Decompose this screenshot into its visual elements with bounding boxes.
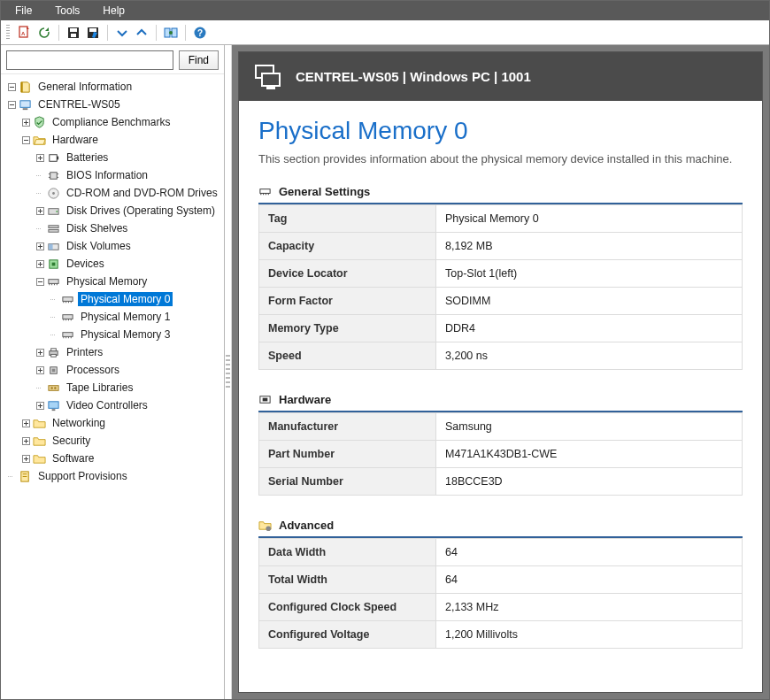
folder-icon [32,434,46,448]
tree-node-compliance[interactable]: Compliance Benchmarks [3,113,222,131]
tree-dots-icon [49,312,59,322]
nav-tree[interactable]: General Information CENTREL-WS05 Complia… [1,74,224,699]
table-row: Total Width64 [259,566,743,594]
export-pdf-icon[interactable]: A [18,26,32,40]
expand-plus-icon[interactable] [20,418,31,428]
section-advanced: Advanced Data Width64Total Width64Config… [258,519,743,649]
edit-icon[interactable] [86,26,100,40]
hdd-icon [46,204,60,218]
property-value: SODIMM [436,288,743,315]
detail-header-title: CENTREL-WS05 | Windows PC | 1001 [296,69,531,84]
tree-label: Software [50,451,96,465]
tree-label: Networking [50,416,108,430]
collapse-minus-icon[interactable] [6,99,17,110]
expand-plus-icon[interactable] [35,365,45,375]
expand-plus-icon[interactable] [20,435,31,446]
help-icon[interactable]: ? [193,26,207,40]
expand-plus-icon[interactable] [20,453,31,464]
refresh-icon[interactable] [37,26,51,40]
save-icon[interactable] [66,26,81,40]
tree-node-printers[interactable]: Printers [3,343,222,361]
svg-rect-99 [48,401,58,408]
tree-node-support-provisions[interactable]: Support Provisions [3,467,222,485]
expand-plus-icon[interactable] [35,205,45,216]
svg-point-124 [266,526,271,531]
toolbar-separator [185,25,186,41]
svg-text:A: A [21,31,26,36]
tree-node-software[interactable]: Software [3,450,222,467]
property-value: 3,200 ns [436,342,743,370]
expand-plus-icon[interactable] [35,152,45,163]
expand-plus-icon[interactable] [35,347,45,358]
svg-point-95 [54,387,56,388]
collapse-minus-icon[interactable] [20,135,31,145]
tree-node-video-controllers[interactable]: Video Controllers [3,396,222,414]
tree-label: Physical Memory 0 [78,292,173,306]
tree-node-diskvolumes[interactable]: Disk Volumes [3,237,222,255]
expand-plus-icon[interactable] [20,117,31,127]
tree-node-host[interactable]: CENTREL-WS05 [3,96,222,113]
tree-node-diskdrives[interactable]: Disk Drives (Operating System) [3,202,222,219]
property-key: Memory Type [259,315,436,342]
svg-rect-76 [62,332,72,336]
expand-plus-icon[interactable] [35,258,45,269]
memory-icon [60,327,74,342]
collapse-minus-icon[interactable] [6,81,17,92]
tree-node-processors[interactable]: Processors [3,361,222,379]
detail-header: CENTREL-WS05 | Windows PC | 1001 [239,52,762,101]
menu-help[interactable]: Help [94,2,139,19]
tree-node-physical-memory-1[interactable]: Physical Memory 1 [3,308,222,326]
table-row: Speed3,200 ns [259,342,743,370]
svg-rect-55 [51,262,55,265]
tree-node-physical-memory-0[interactable]: Physical Memory 0 [3,290,222,308]
tree-node-security[interactable]: Security [3,432,222,450]
splitter[interactable] [225,45,232,699]
tree-node-networking[interactable]: Networking [3,414,222,432]
expand-plus-icon[interactable] [35,400,45,411]
property-value: M471A1K43DB1-CWE [436,441,743,468]
memory-icon [258,185,272,198]
tree-node-cdrom[interactable]: CD-ROM and DVD-ROM Drives [3,184,222,202]
property-key: Data Width [259,539,436,566]
tree-node-batteries[interactable]: Batteries [3,149,222,166]
tree-label: Batteries [64,150,111,165]
memory-icon [60,310,74,324]
tree-dots-icon [35,223,45,234]
tree-node-general-information[interactable]: General Information [3,78,222,96]
memory-icon [46,274,60,288]
section-title: Hardware [279,393,331,406]
svg-text:?: ? [197,28,203,38]
tree-node-diskshelves[interactable]: Disk Shelves [3,219,222,237]
expand-icon[interactable] [115,26,129,40]
cpu-icon [46,363,60,377]
tree-node-physical-memory-3[interactable]: Physical Memory 3 [3,326,222,343]
collapse-icon[interactable] [135,26,149,40]
collapse-minus-icon[interactable] [35,276,45,287]
page-description: This section provides information about … [258,152,743,165]
tree-node-devices[interactable]: Devices [3,255,222,273]
tree-dots-icon [35,188,45,198]
compare-icon[interactable] [164,26,178,40]
svg-rect-3 [70,28,77,32]
tree-node-tape-libraries[interactable]: Tape Libraries [3,379,222,396]
toolbar-separator [156,25,157,41]
tree-node-hardware[interactable]: Hardware [3,131,222,149]
table-row: Part NumberM471A1K43DB1-CWE [259,441,743,468]
folder-icon [32,451,46,465]
tree-node-physical-memory[interactable]: Physical Memory [3,273,222,290]
svg-rect-93 [48,385,58,390]
search-input[interactable] [6,50,173,70]
tree-node-bios[interactable]: BIOS Information [3,166,222,184]
expand-plus-icon[interactable] [35,241,45,251]
app-window: File Tools Help A ? Find [0,0,770,700]
shield-check-icon [32,115,46,129]
svg-rect-30 [50,172,57,179]
table-row: Configured Clock Speed2,133 MHz [259,594,743,621]
find-button[interactable]: Find [179,50,219,70]
svg-rect-116 [266,87,275,89]
tree-label: CD-ROM and DVD-ROM Drives [64,186,220,200]
svg-rect-18 [22,108,27,110]
menu-file[interactable]: File [6,2,46,19]
menu-tools[interactable]: Tools [46,2,94,19]
svg-point-9 [169,31,173,35]
